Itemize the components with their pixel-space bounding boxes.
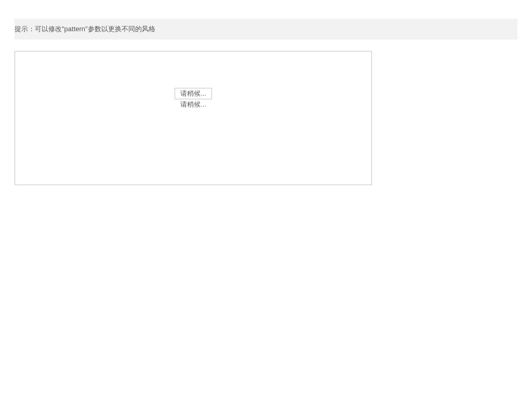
hint-text: 提示：可以修改"pattern"参数以更换不同的风格 — [15, 25, 517, 33]
loading-text-2: 请稍候... — [175, 100, 212, 109]
loading-block: 请稍候... 请稍候... — [175, 88, 212, 109]
loading-text-1: 请稍候... — [180, 89, 206, 97]
loading-box: 请稍候... — [175, 88, 212, 99]
hint-bar: 提示：可以修改"pattern"参数以更换不同的风格 — [15, 19, 517, 40]
content-panel: 请稍候... 请稍候... — [15, 51, 372, 185]
